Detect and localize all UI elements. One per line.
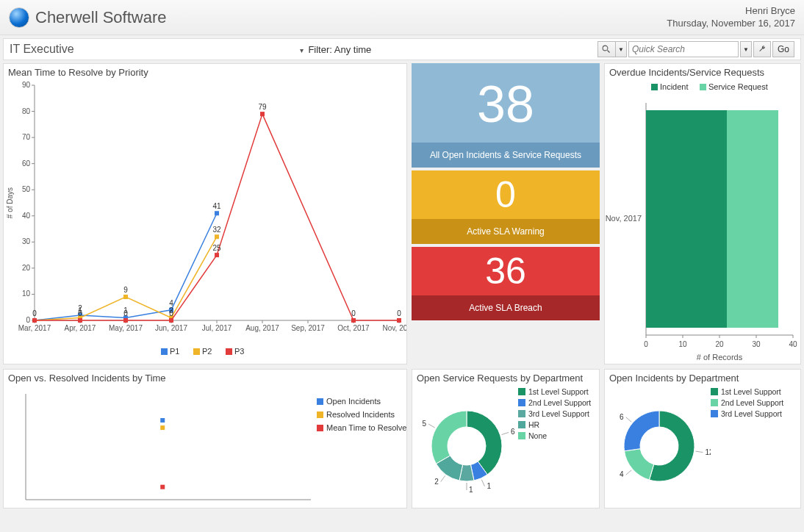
svg-text:0: 0 [32,309,37,317]
inc-donut-chart[interactable]: 1246 [608,387,711,505]
legend-item: 3rd Level Support [518,409,591,418]
panel-title: Overdue Incidents/Service Requests [605,64,800,81]
svg-text:79: 79 [258,103,267,111]
legend-item: HR [518,420,591,429]
search-input[interactable] [628,41,739,57]
panel-mean-time-priority: Mean Time to Resolve by Priority 0102030… [3,63,407,364]
svg-rect-79 [193,348,200,355]
go-button[interactable]: Go [772,41,794,57]
search-dropdown-button[interactable]: ▼ [740,41,752,57]
svg-text:Sep, 2017: Sep, 2017 [291,324,325,332]
svg-rect-108 [317,398,323,405]
search-scope-button[interactable]: ▼ [597,41,627,57]
svg-point-0 [603,46,609,51]
chevron-down-icon[interactable]: ▼ [615,41,627,57]
svg-text:60: 60 [22,159,31,168]
wrench-icon [758,45,767,54]
app-title: Cherwell Software [35,8,167,27]
svg-text:40: 40 [22,212,31,220]
panel-title: Open Service Requests by Department [412,370,599,387]
svg-text:6: 6 [620,413,624,421]
svg-text:Jul, 2017: Jul, 2017 [202,324,232,332]
svg-text:0: 0 [26,316,30,324]
svg-text:1: 1 [469,486,473,494]
open-resolved-chart[interactable]: Open IncidentsResolved IncidentsMean Tim… [4,387,406,508]
legend-swatch [711,399,718,406]
svg-text:12: 12 [705,448,711,456]
svg-text:90: 90 [22,81,31,89]
legend-item: 2nd Level Support [518,398,591,407]
chevron-down-icon [300,44,304,55]
legend-item: 1st Level Support [518,387,591,396]
svg-text:Oct, 2017: Oct, 2017 [337,324,370,332]
tile-all-open[interactable]: 38 All Open Incidents & Service Requests [412,63,600,168]
svg-text:P1: P1 [170,347,179,356]
tile-value: 38 [412,63,600,143]
legend-swatch [518,388,525,395]
svg-line-114 [502,432,509,434]
svg-rect-53 [32,318,37,323]
legend-label: 3rd Level Support [721,409,782,418]
svg-text:20: 20 [715,340,724,348]
legend-swatch [711,410,718,417]
panel-inc-dept: Open Incidents by Department 1246 1st Le… [604,369,801,508]
svg-text:4: 4 [620,470,624,478]
tile-sla-warning[interactable]: 0 Active SLA Warning [412,170,600,244]
svg-text:5: 5 [422,420,426,428]
panel-title: Mean Time to Resolve by Priority [4,64,406,81]
svg-text:# of Days: # of Days [6,187,14,218]
filter-dropdown[interactable]: Filter: Any time [300,44,371,55]
svg-rect-52 [215,234,219,239]
svc-donut-chart[interactable]: 61125 [415,387,518,505]
tile-sla-breach[interactable]: 36 Active SLA Breach [412,247,600,320]
svg-text:Open Incidents: Open Incidents [326,397,381,406]
svg-text:0: 0 [351,309,356,317]
svg-text:6: 6 [511,428,515,436]
legend-item: None [518,431,591,440]
dashboard-toolbar: IT Executive Filter: Any time ▼ ▼ Go [3,38,801,60]
svg-text:Mean Time to Resolve: Mean Time to Resolve [326,423,406,432]
svg-text:Aug, 2017: Aug, 2017 [245,324,279,332]
settings-button[interactable] [753,41,771,57]
svg-text:9: 9 [123,286,128,294]
svg-text:41: 41 [212,202,221,210]
svg-rect-60 [397,318,401,323]
svg-rect-107 [160,485,165,489]
svg-line-1 [608,51,610,53]
svg-text:P2: P2 [202,347,212,356]
legend-swatch [518,399,525,406]
svg-text:25: 25 [212,244,221,252]
svg-text:32: 32 [212,226,221,234]
svg-text:0: 0 [123,309,128,317]
legend-item: 3rd Level Support [711,409,783,418]
search-icon[interactable] [597,41,615,57]
svg-line-126 [626,470,632,475]
tile-label: Active SLA Breach [412,295,600,320]
svg-rect-85 [700,84,706,90]
svg-text:10: 10 [678,340,687,348]
current-date: Thursday, November 16, 2017 [667,18,795,30]
inc-legend: 1st Level Support2nd Level Support3rd Le… [711,387,783,505]
overdue-bar-chart[interactable]: IncidentService Request010203040# of Rec… [605,81,800,364]
legend-label: None [528,431,547,440]
priority-line-chart[interactable]: 0102030405060708090Mar, 2017Apr, 2017May… [4,81,406,364]
svg-text:1: 1 [487,482,491,490]
svg-text:0: 0 [644,340,648,348]
legend-swatch [518,410,525,417]
svg-rect-110 [317,411,323,418]
svg-text:Resolved Incidents: Resolved Incidents [326,410,395,419]
svg-text:0: 0 [397,309,401,317]
tile-value: 0 [412,170,600,219]
svg-line-116 [481,480,484,486]
legend-label: 1st Level Support [721,387,781,396]
svg-rect-100 [646,110,727,328]
tile-value: 36 [412,247,600,295]
user-name: Henri Bryce [667,5,795,18]
svg-text:50: 50 [22,185,31,193]
svg-text:40: 40 [789,340,797,348]
svg-rect-47 [215,211,219,215]
svg-rect-101 [727,110,778,328]
svg-text:2: 2 [434,478,439,486]
svg-text:# of Records: # of Records [697,353,743,362]
svg-rect-77 [161,348,168,355]
